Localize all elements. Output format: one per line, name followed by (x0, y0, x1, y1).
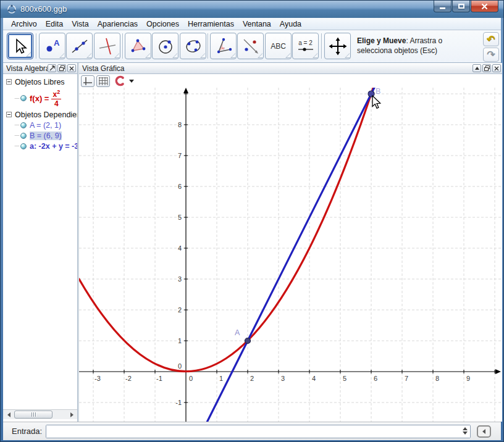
menu-opciones[interactable]: Opciones (142, 19, 183, 30)
visibility-marble-icon[interactable] (20, 143, 27, 149)
dependent-objects-header[interactable]: Objetos Dependientes (3, 109, 77, 120)
tool-point-button[interactable]: A (39, 33, 65, 59)
svg-text:-1: -1 (175, 399, 182, 406)
tool-dropdown-icon[interactable] (86, 53, 91, 58)
point-a[interactable] (245, 338, 251, 344)
algebra-horizontal-scrollbar[interactable] (3, 409, 77, 419)
tool-perpendicular-line-button[interactable] (94, 33, 120, 59)
tool-dropdown-icon[interactable] (200, 53, 205, 58)
content-area: Vista Algebraica Objetos Libres (3, 63, 502, 422)
tool-dropdown-icon[interactable] (285, 53, 290, 58)
capture-style-icon[interactable] (114, 75, 125, 86)
panel-unfold-button[interactable] (48, 64, 56, 72)
algebra-view-header[interactable]: Vista Algebraica (3, 63, 77, 74)
tool-circle-button[interactable] (152, 33, 178, 59)
function-definition: f(x) = x2 4 (30, 90, 61, 107)
x-axis-labels: -3 -2 -1 0 1 2 3 4 5 6 7 8 9 (94, 375, 470, 382)
visibility-marble-icon[interactable] (20, 95, 27, 101)
text-tool-icon: ABC (271, 42, 286, 51)
free-objects-header[interactable]: Objetos Libres (3, 77, 77, 87)
tool-dropdown-icon[interactable] (345, 53, 350, 58)
algebra-item-point-a[interactable]: A = (2, 1) (3, 120, 77, 130)
arrow-left-icon (482, 429, 485, 434)
reflect-icon (242, 37, 260, 56)
algebra-item-f[interactable]: f(x) = x2 4 (3, 87, 77, 109)
point-b[interactable] (368, 91, 374, 97)
menu-apariencias[interactable]: Apariencias (93, 19, 142, 30)
svg-text:0: 0 (189, 375, 193, 382)
algebra-item-line-a[interactable]: a: -2x + y = -3 (3, 141, 77, 151)
tool-dropdown-icon[interactable] (230, 53, 235, 58)
tool-polygon-button[interactable] (125, 33, 151, 59)
menu-herramientas[interactable]: Herramientas (183, 19, 238, 30)
tool-reflect-button[interactable] (237, 33, 264, 59)
command-input[interactable] (46, 425, 470, 438)
input-field-wrap (46, 425, 471, 438)
visibility-marble-icon[interactable] (20, 122, 27, 128)
tool-dropdown-icon[interactable] (145, 53, 150, 58)
panel-close-button[interactable] (67, 64, 76, 72)
tool-move-button[interactable] (7, 33, 33, 59)
scroll-left-button[interactable] (4, 411, 13, 419)
input-history-spinner[interactable] (463, 427, 468, 435)
tool-text-button[interactable]: ABC (265, 33, 292, 59)
undo-button[interactable]: ↶ (483, 32, 499, 46)
menu-bar: Archivo Edita Vista Apariencias Opciones… (3, 18, 501, 30)
panel-up-button[interactable] (472, 64, 481, 72)
collapse-icon[interactable] (6, 79, 12, 85)
svg-text:6: 6 (374, 375, 377, 382)
tool-slider-button[interactable]: a = 2 (292, 33, 319, 59)
tool-dropdown-icon[interactable] (26, 52, 31, 57)
ellipse-icon (184, 37, 203, 56)
menu-archivo[interactable]: Archivo (7, 19, 41, 30)
point-a-label: A (235, 328, 240, 337)
algebra-item-point-b[interactable]: B = (6, 9) (3, 130, 77, 141)
tool-dropdown-icon[interactable] (114, 53, 119, 58)
grid-icon (98, 77, 108, 86)
tool-dropdown-icon[interactable] (258, 53, 262, 58)
tool-dropdown-icon[interactable] (313, 53, 317, 58)
parabola-f[interactable] (79, 88, 373, 372)
move-view-icon (329, 37, 347, 56)
visibility-marble-icon[interactable] (20, 133, 27, 139)
collapse-icon[interactable] (6, 112, 12, 117)
toggle-grid-button[interactable] (96, 75, 110, 87)
maximize-icon (458, 4, 464, 9)
minimize-button[interactable] (434, 1, 452, 12)
redo-icon: ↷ (487, 49, 495, 60)
panel-close-button[interactable] (492, 64, 501, 72)
stylebar-dropdown-icon[interactable] (129, 80, 134, 83)
panel-restore-button[interactable] (57, 64, 66, 72)
scrollbar-thumb[interactable] (14, 411, 52, 419)
tool-dropdown-icon[interactable] (172, 53, 177, 58)
panel-restore-button[interactable] (482, 64, 491, 72)
menu-vista[interactable]: Vista (67, 19, 93, 30)
menu-edita[interactable]: Edita (41, 19, 68, 30)
tool-conic-button[interactable] (180, 33, 206, 59)
tool-line-button[interactable] (66, 33, 93, 59)
graphics-view-header[interactable]: Vista Gráfica (79, 63, 502, 74)
tool-move-view-button[interactable] (324, 33, 351, 59)
redo-button[interactable]: ↷ (483, 48, 499, 62)
graphics-canvas[interactable]: -3 -2 -1 0 1 2 3 4 5 6 7 8 9 (79, 88, 502, 422)
y-axis-arrow-icon (183, 88, 188, 93)
svg-text:1: 1 (178, 337, 182, 344)
menu-ayuda[interactable]: Ayuda (275, 19, 306, 30)
input-label: Entrada: (12, 427, 42, 436)
scroll-right-button[interactable] (67, 411, 76, 419)
tool-dropdown-icon[interactable] (59, 53, 64, 58)
tool-angle-button[interactable]: α (210, 33, 237, 59)
input-bar: Entrada: (3, 422, 501, 440)
graphics-view-panel: Vista Gráfica (79, 63, 502, 422)
input-help-toggle-button[interactable] (477, 425, 491, 438)
maximize-button[interactable] (452, 1, 470, 12)
toggle-axes-button[interactable] (81, 75, 94, 87)
svg-text:9: 9 (466, 375, 470, 382)
graphics-style-bar (79, 74, 502, 88)
title-bar[interactable]: 800x600.ggb (1, 1, 503, 18)
svg-text:4: 4 (312, 375, 316, 382)
mouse-cursor-icon (372, 96, 380, 108)
menu-ventana[interactable]: Ventana (238, 19, 275, 30)
close-button[interactable] (471, 1, 498, 12)
svg-text:5: 5 (343, 375, 346, 382)
